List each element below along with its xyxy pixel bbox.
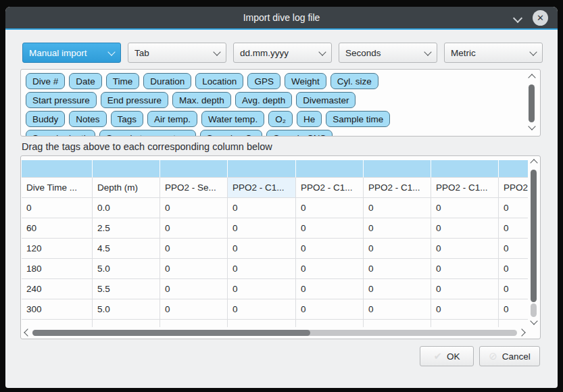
field-tag[interactable]: Max. depth xyxy=(172,92,231,108)
table-cell: 0 xyxy=(431,198,499,218)
field-tag[interactable]: Start pressure xyxy=(26,92,97,108)
table-cell: 0 xyxy=(160,279,228,299)
field-tag[interactable]: Date xyxy=(69,73,102,89)
drop-target-cell[interactable] xyxy=(364,160,431,178)
import-options-toolbar: Manual import Tab dd.mm.yyyy Seconds Met… xyxy=(5,43,558,63)
field-tag[interactable]: Weight xyxy=(285,73,326,89)
scroll-right-icon[interactable] xyxy=(518,328,525,336)
drop-target-cell[interactable] xyxy=(22,160,93,178)
scrollbar-thumb[interactable] xyxy=(531,170,537,302)
scrollbar-thumb[interactable] xyxy=(32,330,310,336)
column-header[interactable]: PPO2 - Se... xyxy=(160,178,228,198)
column-header[interactable]: PPO2 - C1... xyxy=(228,178,296,198)
table-cell: 0 xyxy=(296,239,364,259)
drag-hint-label: Drag the tags above to each correspondin… xyxy=(22,141,272,152)
import-type-select[interactable]: Manual import xyxy=(22,43,121,63)
scrollbar-thumb[interactable] xyxy=(529,84,535,122)
table-cell: 0 xyxy=(499,218,528,239)
scroll-left-icon[interactable] xyxy=(24,328,31,336)
field-tag[interactable]: Location xyxy=(195,73,243,89)
table-cell: 0 xyxy=(22,198,93,218)
table-cell: 0 xyxy=(296,299,364,320)
scroll-down-icon[interactable] xyxy=(528,122,535,130)
table-vertical-scrollbar[interactable] xyxy=(529,159,539,326)
field-tag[interactable]: O₂ xyxy=(268,111,293,127)
field-tag[interactable]: Air temp. xyxy=(147,111,197,127)
field-tag[interactable]: Tags xyxy=(111,111,144,127)
table-row: 2405.5000000 xyxy=(22,279,528,299)
chevron-down-icon xyxy=(107,48,115,55)
chevron-down-icon xyxy=(513,14,522,23)
table-cell: 0 xyxy=(160,198,228,218)
shade-button[interactable] xyxy=(513,13,522,22)
column-header[interactable]: Dive Time ... xyxy=(22,178,93,198)
column-header[interactable]: Depth (m) xyxy=(93,178,160,198)
scrollbar-track[interactable] xyxy=(531,303,537,317)
table-cell: 0 xyxy=(228,259,296,279)
close-icon: ✕ xyxy=(537,13,544,23)
field-tag[interactable]: Sample time xyxy=(326,111,390,127)
field-tag[interactable]: Notes xyxy=(69,111,106,127)
tag-panel-scrollbar[interactable] xyxy=(527,74,537,132)
table-cell: 0 xyxy=(431,239,499,259)
table-cell: 0 xyxy=(364,218,431,239)
field-tag[interactable]: Duration xyxy=(143,73,191,89)
ok-button[interactable]: ✔ OK xyxy=(420,346,474,366)
date-format-select[interactable]: dd.mm.yyyy xyxy=(233,43,332,63)
drop-target-cell[interactable] xyxy=(93,160,160,178)
table-cell: 4.5 xyxy=(93,239,160,259)
column-header[interactable]: PPO2 - C1... xyxy=(296,178,364,198)
column-header[interactable]: PPO2 - C1... xyxy=(364,178,431,198)
tag-row: Sample depthSample temperatureSample pO₂… xyxy=(26,130,524,136)
field-tag[interactable]: Buddy xyxy=(26,111,65,127)
scroll-up-icon[interactable] xyxy=(528,74,535,81)
drop-target-row xyxy=(22,160,528,178)
table-horizontal-scrollbar[interactable] xyxy=(22,328,527,337)
drop-target-cell[interactable] xyxy=(499,160,528,178)
field-tag[interactable]: Time xyxy=(106,73,140,89)
cancel-button[interactable]: ⊘ Cancel xyxy=(479,346,540,366)
scroll-down-icon[interactable] xyxy=(530,317,537,324)
field-tag[interactable]: Dive # xyxy=(26,73,65,89)
field-tag[interactable]: GPS xyxy=(247,73,280,89)
field-tag[interactable]: End pressure xyxy=(101,92,168,108)
field-tag[interactable]: Sample pO₂ xyxy=(200,130,263,136)
field-tag[interactable]: Cyl. size xyxy=(331,73,378,89)
field-tag[interactable]: Water temp. xyxy=(201,111,264,127)
table-cell: 0 xyxy=(499,198,528,218)
table-cell: 0 xyxy=(228,218,296,239)
table-row: 1204.5000000 xyxy=(22,239,528,259)
table-cell: 0 xyxy=(364,299,431,320)
field-tag[interactable]: Divemaster xyxy=(296,92,356,108)
field-separator-select[interactable]: Tab xyxy=(128,43,226,63)
table-cell: 0 xyxy=(228,279,296,299)
column-header[interactable]: PPO2 xyxy=(499,178,528,198)
field-tag[interactable]: Sample CNS xyxy=(266,130,333,136)
titlebar[interactable]: Import dive log file ✕ xyxy=(5,7,558,30)
drop-target-cell[interactable] xyxy=(228,160,296,178)
scroll-up-icon[interactable] xyxy=(530,159,537,166)
tag-row: BuddyNotesTagsAir temp.Water temp.O₂HeSa… xyxy=(26,111,524,127)
field-tag[interactable]: Sample depth xyxy=(26,130,95,136)
field-tag[interactable]: Avg. depth xyxy=(235,92,292,108)
table-cell xyxy=(364,320,431,327)
table-row: 602.5000000 xyxy=(22,218,528,239)
drop-target-cell[interactable] xyxy=(431,160,499,178)
column-header[interactable]: PPO2 - C1... xyxy=(431,178,499,198)
field-tag[interactable]: Sample temperature xyxy=(99,130,195,136)
duration-format-select[interactable]: Seconds xyxy=(339,43,437,63)
table-cell xyxy=(160,320,228,327)
field-tag[interactable]: He xyxy=(297,111,322,127)
import-preview-table: Dive Time ...Depth (m)PPO2 - Se...PPO2 -… xyxy=(20,155,541,339)
table-cell: 0 xyxy=(431,218,499,239)
table-row: 1805.0000000 xyxy=(22,259,528,279)
drop-target-cell[interactable] xyxy=(160,160,228,178)
table-cell: 0 xyxy=(160,239,228,259)
tag-row: Dive #DateTimeDurationLocationGPSWeightC… xyxy=(26,73,524,89)
units-select[interactable]: Metric xyxy=(444,43,543,63)
table-cell: 60 xyxy=(22,218,93,239)
chevron-down-icon xyxy=(529,48,537,55)
drop-target-cell[interactable] xyxy=(296,160,364,178)
table-cell: 0 xyxy=(499,239,528,259)
close-button[interactable]: ✕ xyxy=(533,10,548,26)
